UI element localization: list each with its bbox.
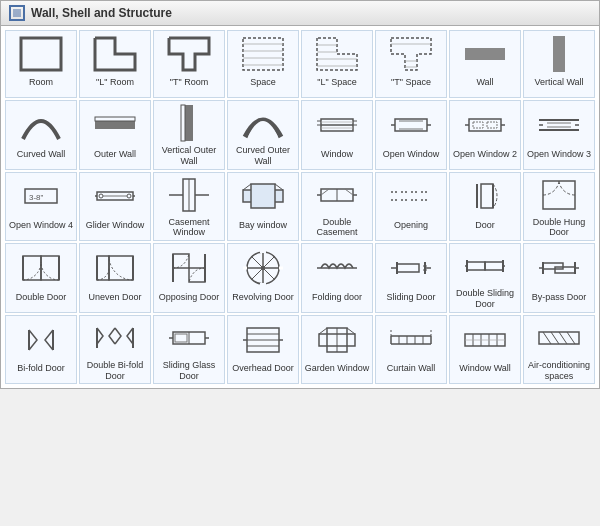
item-vertical-outer-wall[interactable]: Vertical Outer Wall <box>153 100 225 170</box>
item-open-window-2[interactable]: Open Window 2 <box>449 100 521 170</box>
curtain-wall-label: Curtain Wall <box>387 363 436 381</box>
svg-line-137 <box>347 328 355 334</box>
open-window-3-label: Open Window 3 <box>527 149 591 167</box>
item-revolving-door[interactable]: Revolving Door <box>227 243 299 313</box>
double-sliding-door-icon <box>452 246 518 286</box>
item-bifold-door[interactable]: Bi-fold Door <box>5 315 77 385</box>
svg-line-136 <box>319 328 327 334</box>
wall-icon <box>452 33 518 75</box>
item-open-window-3[interactable]: Open Window 3 <box>523 100 595 170</box>
outer-wall-icon <box>82 103 148 147</box>
uneven-door-label: Uneven Door <box>88 292 141 310</box>
item-room[interactable]: Room <box>5 30 77 98</box>
item-vertical-wall[interactable]: Vertical Wall <box>523 30 595 98</box>
outer-wall-label: Outer Wall <box>94 149 136 167</box>
item-overhead-door[interactable]: Overhead Door <box>227 315 299 385</box>
item-window[interactable]: Window <box>301 100 373 170</box>
item-space[interactable]: Space <box>227 30 299 98</box>
air-conditioning-label: Air-conditioning spaces <box>526 360 592 382</box>
item-l-room[interactable]: "L" Room <box>79 30 151 98</box>
vertical-wall-label: Vertical Wall <box>534 77 583 95</box>
item-curved-outer-wall[interactable]: Curved Outer Wall <box>227 100 299 170</box>
item-curved-wall[interactable]: Curved Wall <box>5 100 77 170</box>
double-casement-icon <box>304 175 370 215</box>
item-open-window-4[interactable]: 3-8" Open Window 4 <box>5 172 77 242</box>
item-folding-door[interactable]: Folding door <box>301 243 373 313</box>
item-window-wall[interactable]: Window Wall <box>449 315 521 385</box>
svg-point-49 <box>99 194 103 198</box>
air-conditioning-icon <box>526 318 592 358</box>
svg-rect-1 <box>13 9 21 17</box>
t-space-icon <box>378 33 444 75</box>
sliding-glass-door-icon <box>156 318 222 358</box>
symbol-grid: Room "L" Room "T" Room <box>0 26 600 389</box>
item-garden-window[interactable]: Garden Window <box>301 315 373 385</box>
title-bar-icon <box>9 5 25 21</box>
item-t-room[interactable]: "T" Room <box>153 30 225 98</box>
garden-window-label: Garden Window <box>305 363 370 381</box>
revolving-door-icon <box>230 246 296 290</box>
t-space-label: "T" Space <box>391 77 431 95</box>
window-label: Window <box>321 149 353 167</box>
svg-rect-110 <box>485 262 503 270</box>
folding-door-icon <box>304 246 370 290</box>
svg-point-50 <box>127 194 131 198</box>
svg-rect-76 <box>481 184 493 208</box>
curved-wall-icon <box>8 103 74 147</box>
item-opposing-door[interactable]: Opposing Door <box>153 243 225 313</box>
svg-rect-155 <box>539 332 579 344</box>
svg-rect-36 <box>473 122 483 128</box>
room-label: Room <box>29 77 53 95</box>
item-open-window[interactable]: Open Window <box>375 100 447 170</box>
svg-rect-97 <box>260 249 266 253</box>
item-uneven-door[interactable]: Uneven Door <box>79 243 151 313</box>
item-door[interactable]: Door <box>449 172 521 242</box>
svg-rect-115 <box>543 263 563 269</box>
vertical-outer-wall-label: Vertical Outer Wall <box>156 145 222 167</box>
door-icon <box>452 175 518 219</box>
svg-rect-81 <box>41 256 59 280</box>
item-glider-window[interactable]: Glider Window <box>79 172 151 242</box>
casement-window-label: Casement Window <box>156 217 222 239</box>
title-text: Wall, Shell and Structure <box>31 6 172 20</box>
open-window-2-icon <box>452 103 518 147</box>
l-space-label: "L" Space <box>317 77 356 95</box>
item-air-conditioning[interactable]: Air-conditioning spaces <box>523 315 595 385</box>
svg-rect-98 <box>260 283 266 287</box>
item-curtain-wall[interactable]: Curtain Wall <box>375 315 447 385</box>
casement-window-icon <box>156 175 222 215</box>
double-bifold-door-label: Double Bi-fold Door <box>82 360 148 382</box>
double-casement-label: Double Casement <box>304 217 370 239</box>
item-double-casement[interactable]: Double Casement <box>301 172 373 242</box>
t-room-icon <box>156 33 222 75</box>
item-double-sliding-door[interactable]: Double Sliding Door <box>449 243 521 313</box>
garden-window-icon <box>304 318 370 362</box>
curved-wall-label: Curved Wall <box>17 149 66 167</box>
item-outer-wall[interactable]: Outer Wall <box>79 100 151 170</box>
item-double-bifold-door[interactable]: Double Bi-fold Door <box>79 315 151 385</box>
bay-window-label: Bay window <box>239 220 287 238</box>
curved-outer-wall-icon <box>230 103 296 143</box>
svg-rect-57 <box>251 184 275 208</box>
item-double-hung-door[interactable]: Double Hung Door <box>523 172 595 242</box>
item-t-space[interactable]: "T" Space <box>375 30 447 98</box>
bifold-door-label: Bi-fold Door <box>17 363 65 381</box>
item-sliding-glass-door[interactable]: Sliding Glass Door <box>153 315 225 385</box>
room-icon <box>8 33 74 75</box>
revolving-door-label: Revolving Door <box>232 292 294 310</box>
sliding-glass-door-label: Sliding Glass Door <box>156 360 222 382</box>
title-bar: Wall, Shell and Structure <box>0 0 600 26</box>
svg-line-59 <box>275 184 283 190</box>
overhead-door-icon <box>230 318 296 362</box>
item-bay-window[interactable]: Bay window <box>227 172 299 242</box>
item-bypass-door[interactable]: By-pass Door <box>523 243 595 313</box>
svg-text:3-8": 3-8" <box>29 193 44 202</box>
item-l-space[interactable]: "L" Space <box>301 30 373 98</box>
item-casement-window[interactable]: Casement Window <box>153 172 225 242</box>
item-opening[interactable]: Opening <box>375 172 447 242</box>
item-sliding-door[interactable]: Sliding Door <box>375 243 447 313</box>
item-wall[interactable]: Wall <box>449 30 521 98</box>
item-double-door[interactable]: Double Door <box>5 243 77 313</box>
svg-rect-37 <box>487 122 497 128</box>
bay-window-icon <box>230 175 296 219</box>
